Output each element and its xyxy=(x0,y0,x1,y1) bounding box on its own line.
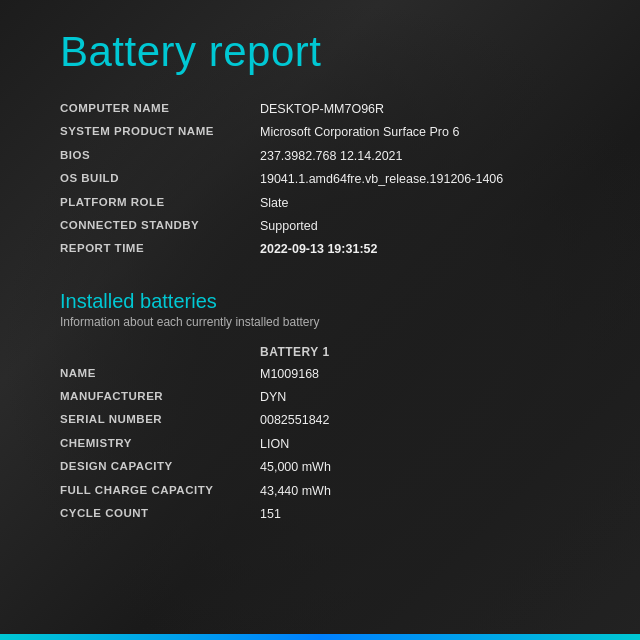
row-label: CHEMISTRY xyxy=(60,433,260,456)
table-row: SERIAL NUMBER0082551842 xyxy=(60,409,580,432)
row-label: NAME xyxy=(60,363,260,386)
row-label: DESIGN CAPACITY xyxy=(60,456,260,479)
battery-table: NAMEM1009168MANUFACTURERDYNSERIAL NUMBER… xyxy=(60,363,580,527)
row-label: COMPUTER NAME xyxy=(60,98,260,121)
battery-column-header: BATTERY 1 xyxy=(60,345,580,359)
table-row: NAMEM1009168 xyxy=(60,363,580,386)
table-row: CHEMISTRYLION xyxy=(60,433,580,456)
table-row: CYCLE COUNT151 xyxy=(60,503,580,526)
row-label: OS BUILD xyxy=(60,168,260,191)
row-label: PLATFORM ROLE xyxy=(60,192,260,215)
row-value: 45,000 mWh xyxy=(260,456,580,479)
table-row: OS BUILD19041.1.amd64fre.vb_release.1912… xyxy=(60,168,580,191)
row-value: 151 xyxy=(260,503,580,526)
table-row: PLATFORM ROLESlate xyxy=(60,192,580,215)
row-label: REPORT TIME xyxy=(60,238,260,261)
row-label: BIOS xyxy=(60,145,260,168)
table-row: SYSTEM PRODUCT NAMEMicrosoft Corporation… xyxy=(60,121,580,144)
table-row: CONNECTED STANDBYSupported xyxy=(60,215,580,238)
table-row: BIOS237.3982.768 12.14.2021 xyxy=(60,145,580,168)
page-title: Battery report xyxy=(60,28,580,76)
table-row: DESIGN CAPACITY45,000 mWh xyxy=(60,456,580,479)
table-row: REPORT TIME2022-09-13 19:31:52 xyxy=(60,238,580,261)
row-value: 2022-09-13 19:31:52 xyxy=(260,238,580,261)
row-label: MANUFACTURER xyxy=(60,386,260,409)
row-value: 237.3982.768 12.14.2021 xyxy=(260,145,580,168)
row-label: SERIAL NUMBER xyxy=(60,409,260,432)
table-row: FULL CHARGE CAPACITY43,440 mWh xyxy=(60,480,580,503)
row-value: Microsoft Corporation Surface Pro 6 xyxy=(260,121,580,144)
row-value: Slate xyxy=(260,192,580,215)
main-content: Battery report COMPUTER NAMEDESKTOP-MM7O… xyxy=(0,0,640,546)
row-value: M1009168 xyxy=(260,363,580,386)
table-row: COMPUTER NAMEDESKTOP-MM7O96R xyxy=(60,98,580,121)
row-value: 43,440 mWh xyxy=(260,480,580,503)
row-value: DYN xyxy=(260,386,580,409)
system-info-table: COMPUTER NAMEDESKTOP-MM7O96RSYSTEM PRODU… xyxy=(60,98,580,262)
installed-batteries-title: Installed batteries xyxy=(60,290,580,313)
row-value: LION xyxy=(260,433,580,456)
row-value: DESKTOP-MM7O96R xyxy=(260,98,580,121)
table-row: MANUFACTURERDYN xyxy=(60,386,580,409)
row-label: CONNECTED STANDBY xyxy=(60,215,260,238)
installed-batteries-subtitle: Information about each currently install… xyxy=(60,315,580,329)
bottom-accent-bar xyxy=(0,634,640,640)
row-value: 19041.1.amd64fre.vb_release.191206-1406 xyxy=(260,168,580,191)
row-value: 0082551842 xyxy=(260,409,580,432)
row-label: CYCLE COUNT xyxy=(60,503,260,526)
row-label: SYSTEM PRODUCT NAME xyxy=(60,121,260,144)
row-label: FULL CHARGE CAPACITY xyxy=(60,480,260,503)
row-value: Supported xyxy=(260,215,580,238)
